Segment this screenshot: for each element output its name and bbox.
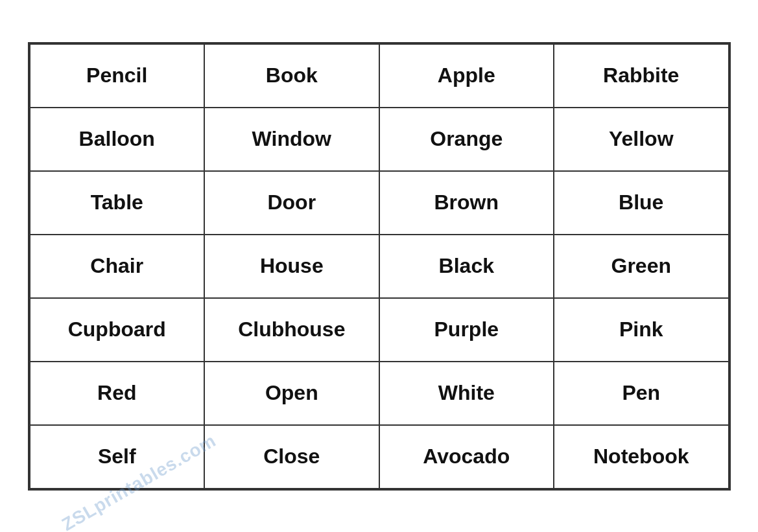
table-row: BalloonWindowOrangeYellow [30,108,729,171]
cell-2-2: Brown [379,171,554,235]
cell-1-0: Balloon [30,108,205,171]
cell-0-2: Apple [379,44,554,108]
cell-4-0: Cupboard [30,298,205,362]
cell-6-3: Notebook [554,425,729,489]
cell-4-2: Purple [379,298,554,362]
cell-5-2: White [379,362,554,425]
cell-0-1: Book [204,44,379,108]
cell-6-2: Avocado [379,425,554,489]
cell-6-0: Self [30,425,205,489]
cell-6-1: Close [204,425,379,489]
cell-5-3: Pen [554,362,729,425]
cell-2-0: Table [30,171,205,235]
cell-5-1: Open [204,362,379,425]
table-row: SelfCloseAvocadoNotebook [30,425,729,489]
cell-1-3: Yellow [554,108,729,171]
cell-1-1: Window [204,108,379,171]
cell-3-2: Black [379,235,554,298]
cell-4-1: Clubhouse [204,298,379,362]
cell-4-3: Pink [554,298,729,362]
table-row: TableDoorBrownBlue [30,171,729,235]
cell-3-3: Green [554,235,729,298]
table-row: CupboardClubhousePurplePink [30,298,729,362]
table-row: ChairHouseBlackGreen [30,235,729,298]
cell-2-3: Blue [554,171,729,235]
cell-1-2: Orange [379,108,554,171]
table-row: RedOpenWhitePen [30,362,729,425]
word-grid: PencilBookAppleRabbiteBalloonWindowOrang… [28,42,731,491]
cell-0-0: Pencil [30,44,205,108]
vocabulary-table: PencilBookAppleRabbiteBalloonWindowOrang… [29,43,729,489]
cell-3-1: House [204,235,379,298]
table-row: PencilBookAppleRabbite [30,44,729,108]
cell-5-0: Red [30,362,205,425]
cell-0-3: Rabbite [554,44,729,108]
cell-3-0: Chair [30,235,205,298]
cell-2-1: Door [204,171,379,235]
